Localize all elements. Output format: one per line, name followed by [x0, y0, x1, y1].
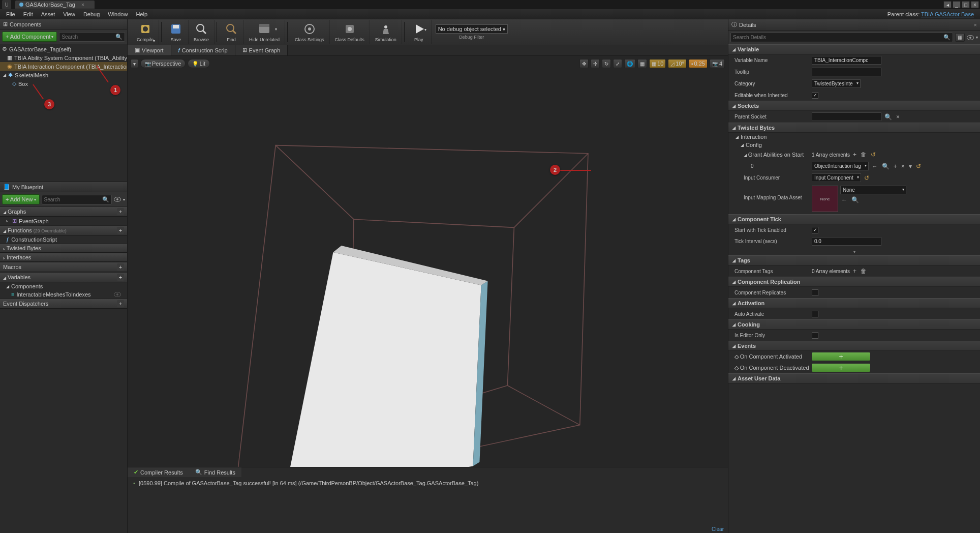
- section-sockets[interactable]: ◢Sockets: [728, 101, 980, 111]
- file-tab[interactable]: GASActorBase_Tag ×: [15, 1, 95, 9]
- menu-view[interactable]: View: [59, 10, 79, 18]
- close-button[interactable]: ×: [971, 1, 979, 8]
- section-interfaces[interactable]: ▹ Interfaces: [0, 253, 127, 262]
- transform-rotate-icon[interactable]: ↻: [602, 59, 611, 68]
- browse-icon[interactable]: 🔍: [850, 196, 860, 203]
- tree-item-self[interactable]: ⚙ GASActorBase_Tag(self): [0, 45, 127, 53]
- tab-find-results[interactable]: 🔍Find Results: [189, 467, 241, 477]
- autoactivate-checkbox[interactable]: [812, 311, 818, 317]
- simulation-button[interactable]: Simulation: [370, 20, 402, 44]
- details-search-input[interactable]: [733, 35, 943, 40]
- search-icon[interactable]: 🔍: [943, 34, 951, 41]
- viewport-options-button[interactable]: ▾: [131, 59, 138, 68]
- myblueprint-search[interactable]: 🔍: [42, 195, 112, 204]
- hide-unrelated-button[interactable]: Hide Unrelated▾: [244, 20, 285, 44]
- components-search-input[interactable]: [62, 34, 115, 40]
- clear-icon[interactable]: ×: [895, 113, 901, 121]
- reset-icon[interactable]: ↺: [863, 174, 870, 182]
- section-graphs[interactable]: ◢ Graphs+: [0, 206, 127, 217]
- label-grant[interactable]: ◢ Grant Abilities on Start: [728, 152, 810, 158]
- section-events[interactable]: ◢Events: [728, 341, 980, 351]
- transform-move-icon[interactable]: ✢: [591, 59, 600, 68]
- coord-space-icon[interactable]: 🌐: [624, 59, 635, 68]
- replicates-checkbox[interactable]: [812, 289, 818, 296]
- menu-help[interactable]: Help: [132, 10, 151, 18]
- search-icon[interactable]: 🔍: [883, 113, 893, 121]
- visibility-icon[interactable]: [114, 292, 121, 297]
- browse-button[interactable]: Browse: [189, 20, 215, 44]
- add-icon[interactable]: +: [117, 263, 124, 271]
- property-matrix-icon[interactable]: ▦: [955, 33, 965, 42]
- tree-item-interaction[interactable]: ◉ TBIA Interaction Component (TBIA_Inter…: [0, 62, 127, 71]
- menu-asset[interactable]: Asset: [37, 10, 59, 18]
- minimize-button[interactable]: _: [953, 1, 961, 8]
- myblueprint-header[interactable]: 📘 My Blueprint: [0, 182, 127, 192]
- sub-interaction[interactable]: ◢Interaction: [728, 133, 980, 141]
- input-consumer-dropdown[interactable]: Input Component: [812, 173, 861, 182]
- browse-icon[interactable]: 🔍: [881, 163, 891, 170]
- eye-icon[interactable]: [114, 197, 121, 202]
- expand-advanced-icon[interactable]: ▾: [853, 250, 855, 254]
- transform-scale-icon[interactable]: ⤢: [613, 59, 622, 68]
- row-eventgraph[interactable]: ▹⊞EventGraph: [0, 217, 127, 225]
- compile-button[interactable]: Compile▾: [132, 20, 159, 44]
- section-twistedbytes[interactable]: ◢Twisted Bytes: [728, 123, 980, 133]
- components-search[interactable]: 🔍: [59, 32, 125, 42]
- section-asset-data[interactable]: ◢Asset User Data: [728, 373, 980, 383]
- tab-compiler-results[interactable]: ✔Compiler Results: [128, 467, 189, 477]
- reset-icon[interactable]: ↺: [915, 163, 922, 170]
- dropdown-icon[interactable]: ▾: [123, 197, 125, 202]
- details-header[interactable]: ⓘ Details ×: [728, 19, 980, 31]
- play-button[interactable]: Play▾: [407, 20, 432, 44]
- menu-window[interactable]: Window: [104, 10, 132, 18]
- section-tick[interactable]: ◢Component Tick: [728, 214, 980, 224]
- section-functions[interactable]: ◢ Functions (29 Overridable)+: [0, 225, 127, 235]
- menu-edit[interactable]: Edit: [19, 10, 37, 18]
- details-search[interactable]: 🔍: [730, 33, 953, 42]
- section-replication[interactable]: ◢Component Replication: [728, 277, 980, 287]
- class-settings-button[interactable]: Class Settings: [290, 20, 330, 44]
- add-icon[interactable]: +: [117, 227, 124, 234]
- search-icon[interactable]: 🔍: [102, 196, 109, 203]
- debug-object-dropdown[interactable]: No debug object selected ▾: [436, 24, 508, 34]
- tab-close-icon[interactable]: ×: [974, 22, 977, 28]
- clear-button[interactable]: Clear: [128, 525, 728, 533]
- editable-checkbox[interactable]: ✓: [812, 92, 818, 99]
- tree-item-skeletal[interactable]: ◢ ✱ SkeletalMesh: [0, 71, 127, 79]
- row-components-cat[interactable]: ◢ Components: [0, 282, 127, 290]
- add-event-deactivated-button[interactable]: +: [812, 364, 870, 372]
- lit-button[interactable]: 💡 Lit: [188, 59, 210, 68]
- add-component-button[interactable]: + Add Component▾: [2, 32, 57, 42]
- ability-dropdown[interactable]: ObjectInteractionTag: [812, 162, 869, 170]
- tab-close-icon[interactable]: ×: [81, 2, 84, 8]
- section-variable[interactable]: ◢Variable: [728, 44, 980, 54]
- add-icon[interactable]: +: [117, 300, 124, 307]
- save-button[interactable]: Save: [164, 20, 189, 44]
- empty-array-icon[interactable]: 🗑: [860, 151, 868, 158]
- camera-speed[interactable]: 📷 4: [710, 59, 725, 68]
- parent-socket-input[interactable]: [812, 112, 881, 121]
- tab-viewport[interactable]: ▣Viewport: [128, 45, 171, 55]
- add-icon[interactable]: +: [117, 274, 124, 281]
- perspective-button[interactable]: 📷 Perspective: [140, 59, 186, 68]
- mapping-dropdown[interactable]: None: [840, 186, 906, 194]
- section-cooking[interactable]: ◢Cooking: [728, 319, 980, 330]
- tab-construction[interactable]: fConstruction Scrip: [171, 45, 235, 55]
- window-button[interactable]: ◂: [943, 1, 952, 8]
- row-constructionscript[interactable]: ƒConstructionScript: [0, 235, 127, 244]
- variable-name-input[interactable]: [812, 56, 881, 65]
- rot-snap-value[interactable]: ◿ 10°: [668, 59, 687, 68]
- row-interactablemeshes[interactable]: ≡InteractableMeshesToIndexes: [0, 290, 127, 299]
- components-header[interactable]: ⊞ Components: [0, 19, 127, 29]
- viewport-3d[interactable]: ▾ 📷 Perspective 💡 Lit ✥ ✢ ↻ ⤢ 🌐 ▦ ▦ 10 ◿…: [128, 56, 728, 467]
- back-icon[interactable]: ←: [871, 163, 879, 170]
- add-event-activated-button[interactable]: +: [812, 352, 870, 361]
- myblueprint-search-input[interactable]: [44, 197, 102, 202]
- editoronly-checkbox[interactable]: [812, 332, 818, 339]
- tick-interval-input[interactable]: [812, 237, 881, 246]
- class-defaults-button[interactable]: Class Defaults: [330, 20, 370, 44]
- section-activation[interactable]: ◢Activation: [728, 298, 980, 308]
- reset-icon[interactable]: ↺: [870, 151, 877, 158]
- search-icon[interactable]: 🔍: [115, 34, 122, 40]
- category-dropdown[interactable]: TwistedBytesInte: [812, 79, 861, 88]
